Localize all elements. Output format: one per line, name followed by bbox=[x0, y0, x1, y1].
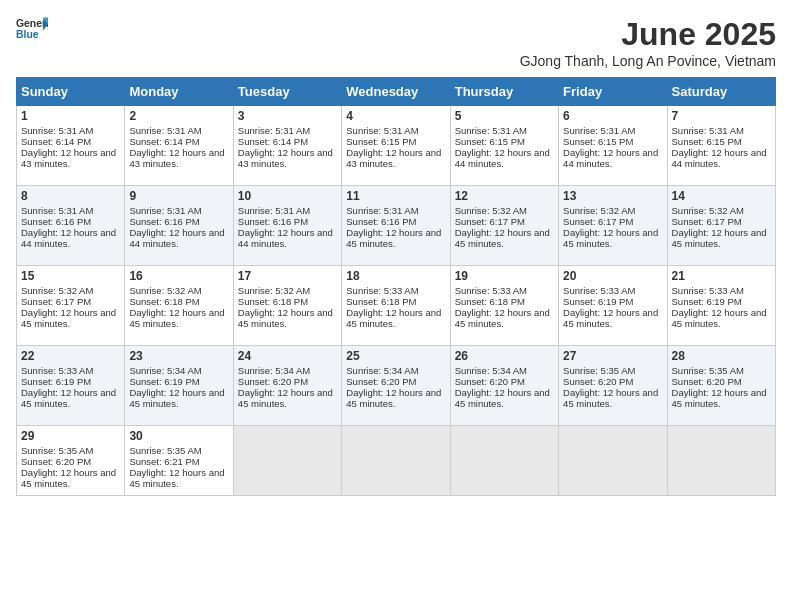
daylight-label: Daylight: 12 hours and 45 minutes. bbox=[563, 387, 658, 409]
calendar-cell: 28 Sunrise: 5:35 AM Sunset: 6:20 PM Dayl… bbox=[667, 346, 775, 426]
sunrise-text: Sunrise: 5:32 AM bbox=[238, 285, 310, 296]
calendar-cell: 11 Sunrise: 5:31 AM Sunset: 6:16 PM Dayl… bbox=[342, 186, 450, 266]
sunset-text: Sunset: 6:17 PM bbox=[563, 216, 633, 227]
daylight-label: Daylight: 12 hours and 45 minutes. bbox=[672, 307, 767, 329]
daylight-label: Daylight: 12 hours and 45 minutes. bbox=[563, 307, 658, 329]
sunset-text: Sunset: 6:19 PM bbox=[21, 376, 91, 387]
sunrise-text: Sunrise: 5:33 AM bbox=[21, 365, 93, 376]
day-number: 13 bbox=[563, 189, 662, 203]
calendar-cell: 4 Sunrise: 5:31 AM Sunset: 6:15 PM Dayli… bbox=[342, 106, 450, 186]
week-row-1: 1 Sunrise: 5:31 AM Sunset: 6:14 PM Dayli… bbox=[17, 106, 776, 186]
sunrise-text: Sunrise: 5:32 AM bbox=[129, 285, 201, 296]
calendar-cell: 30 Sunrise: 5:35 AM Sunset: 6:21 PM Dayl… bbox=[125, 426, 233, 496]
week-row-5: 29 Sunrise: 5:35 AM Sunset: 6:20 PM Dayl… bbox=[17, 426, 776, 496]
sunrise-text: Sunrise: 5:35 AM bbox=[672, 365, 744, 376]
day-number: 1 bbox=[21, 109, 120, 123]
sunrise-text: Sunrise: 5:33 AM bbox=[346, 285, 418, 296]
sunrise-text: Sunrise: 5:32 AM bbox=[21, 285, 93, 296]
day-number: 29 bbox=[21, 429, 120, 443]
calendar-cell: 2 Sunrise: 5:31 AM Sunset: 6:14 PM Dayli… bbox=[125, 106, 233, 186]
sunset-text: Sunset: 6:15 PM bbox=[455, 136, 525, 147]
daylight-label: Daylight: 12 hours and 43 minutes. bbox=[346, 147, 441, 169]
sunset-text: Sunset: 6:20 PM bbox=[563, 376, 633, 387]
sunset-text: Sunset: 6:14 PM bbox=[238, 136, 308, 147]
sunset-text: Sunset: 6:17 PM bbox=[672, 216, 742, 227]
sunrise-text: Sunrise: 5:34 AM bbox=[455, 365, 527, 376]
daylight-label: Daylight: 12 hours and 45 minutes. bbox=[672, 387, 767, 409]
sunrise-text: Sunrise: 5:35 AM bbox=[129, 445, 201, 456]
calendar-cell: 13 Sunrise: 5:32 AM Sunset: 6:17 PM Dayl… bbox=[559, 186, 667, 266]
day-number: 8 bbox=[21, 189, 120, 203]
calendar-cell: 24 Sunrise: 5:34 AM Sunset: 6:20 PM Dayl… bbox=[233, 346, 341, 426]
day-number: 27 bbox=[563, 349, 662, 363]
day-number: 14 bbox=[672, 189, 771, 203]
day-number: 21 bbox=[672, 269, 771, 283]
sunset-text: Sunset: 6:18 PM bbox=[455, 296, 525, 307]
daylight-label: Daylight: 12 hours and 44 minutes. bbox=[129, 227, 224, 249]
sunset-text: Sunset: 6:18 PM bbox=[238, 296, 308, 307]
daylight-label: Daylight: 12 hours and 44 minutes. bbox=[21, 227, 116, 249]
sunrise-text: Sunrise: 5:31 AM bbox=[346, 125, 418, 136]
day-number: 26 bbox=[455, 349, 554, 363]
daylight-label: Daylight: 12 hours and 45 minutes. bbox=[672, 227, 767, 249]
col-header-tuesday: Tuesday bbox=[233, 78, 341, 106]
day-number: 10 bbox=[238, 189, 337, 203]
sunrise-text: Sunrise: 5:35 AM bbox=[563, 365, 635, 376]
day-number: 11 bbox=[346, 189, 445, 203]
daylight-label: Daylight: 12 hours and 45 minutes. bbox=[129, 387, 224, 409]
col-header-sunday: Sunday bbox=[17, 78, 125, 106]
sunset-text: Sunset: 6:14 PM bbox=[129, 136, 199, 147]
sunset-text: Sunset: 6:15 PM bbox=[672, 136, 742, 147]
daylight-label: Daylight: 12 hours and 45 minutes. bbox=[238, 307, 333, 329]
sunrise-text: Sunrise: 5:31 AM bbox=[672, 125, 744, 136]
sunset-text: Sunset: 6:16 PM bbox=[346, 216, 416, 227]
sunrise-text: Sunrise: 5:33 AM bbox=[455, 285, 527, 296]
sunset-text: Sunset: 6:20 PM bbox=[455, 376, 525, 387]
calendar-table: SundayMondayTuesdayWednesdayThursdayFrid… bbox=[16, 77, 776, 496]
calendar-cell: 15 Sunrise: 5:32 AM Sunset: 6:17 PM Dayl… bbox=[17, 266, 125, 346]
day-number: 28 bbox=[672, 349, 771, 363]
header-row: SundayMondayTuesdayWednesdayThursdayFrid… bbox=[17, 78, 776, 106]
sunset-text: Sunset: 6:17 PM bbox=[21, 296, 91, 307]
daylight-label: Daylight: 12 hours and 45 minutes. bbox=[346, 227, 441, 249]
calendar-cell: 14 Sunrise: 5:32 AM Sunset: 6:17 PM Dayl… bbox=[667, 186, 775, 266]
calendar-cell bbox=[559, 426, 667, 496]
sunset-text: Sunset: 6:20 PM bbox=[672, 376, 742, 387]
sunrise-text: Sunrise: 5:34 AM bbox=[238, 365, 310, 376]
day-number: 18 bbox=[346, 269, 445, 283]
daylight-label: Daylight: 12 hours and 45 minutes. bbox=[455, 227, 550, 249]
daylight-label: Daylight: 12 hours and 45 minutes. bbox=[455, 387, 550, 409]
daylight-label: Daylight: 12 hours and 44 minutes. bbox=[455, 147, 550, 169]
calendar-cell: 8 Sunrise: 5:31 AM Sunset: 6:16 PM Dayli… bbox=[17, 186, 125, 266]
sunset-text: Sunset: 6:16 PM bbox=[238, 216, 308, 227]
daylight-label: Daylight: 12 hours and 45 minutes. bbox=[21, 307, 116, 329]
col-header-monday: Monday bbox=[125, 78, 233, 106]
col-header-thursday: Thursday bbox=[450, 78, 558, 106]
day-number: 23 bbox=[129, 349, 228, 363]
sunrise-text: Sunrise: 5:33 AM bbox=[563, 285, 635, 296]
calendar-cell: 19 Sunrise: 5:33 AM Sunset: 6:18 PM Dayl… bbox=[450, 266, 558, 346]
sunrise-text: Sunrise: 5:31 AM bbox=[129, 125, 201, 136]
day-number: 25 bbox=[346, 349, 445, 363]
calendar-cell: 3 Sunrise: 5:31 AM Sunset: 6:14 PM Dayli… bbox=[233, 106, 341, 186]
day-number: 3 bbox=[238, 109, 337, 123]
daylight-label: Daylight: 12 hours and 43 minutes. bbox=[238, 147, 333, 169]
sunrise-text: Sunrise: 5:34 AM bbox=[346, 365, 418, 376]
daylight-label: Daylight: 12 hours and 45 minutes. bbox=[346, 387, 441, 409]
day-number: 22 bbox=[21, 349, 120, 363]
calendar-cell: 23 Sunrise: 5:34 AM Sunset: 6:19 PM Dayl… bbox=[125, 346, 233, 426]
day-number: 16 bbox=[129, 269, 228, 283]
daylight-label: Daylight: 12 hours and 45 minutes. bbox=[238, 387, 333, 409]
day-number: 5 bbox=[455, 109, 554, 123]
day-number: 24 bbox=[238, 349, 337, 363]
daylight-label: Daylight: 12 hours and 45 minutes. bbox=[455, 307, 550, 329]
sunrise-text: Sunrise: 5:31 AM bbox=[563, 125, 635, 136]
sunrise-text: Sunrise: 5:31 AM bbox=[238, 125, 310, 136]
daylight-label: Daylight: 12 hours and 44 minutes. bbox=[672, 147, 767, 169]
day-number: 19 bbox=[455, 269, 554, 283]
daylight-label: Daylight: 12 hours and 45 minutes. bbox=[346, 307, 441, 329]
calendar-cell bbox=[450, 426, 558, 496]
sunset-text: Sunset: 6:20 PM bbox=[346, 376, 416, 387]
sunrise-text: Sunrise: 5:31 AM bbox=[21, 125, 93, 136]
calendar-cell: 27 Sunrise: 5:35 AM Sunset: 6:20 PM Dayl… bbox=[559, 346, 667, 426]
